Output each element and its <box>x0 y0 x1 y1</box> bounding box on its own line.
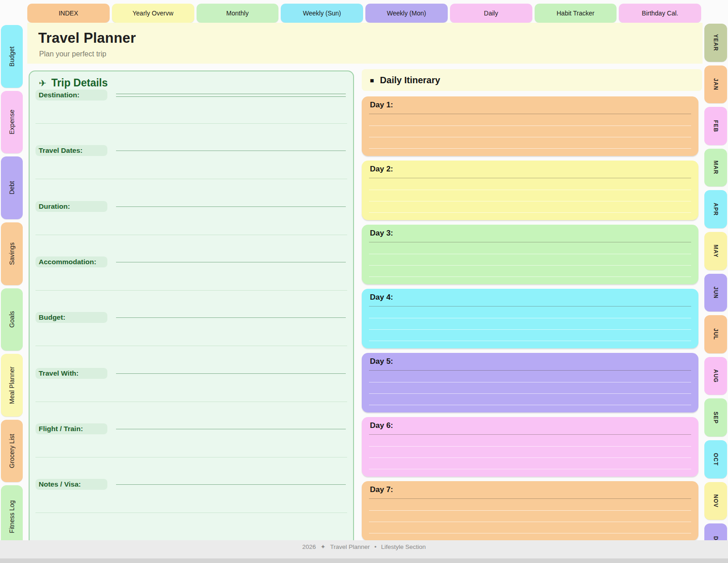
field-label-travel-dates: Travel Dates: <box>35 145 107 156</box>
page-title: Travel Planner <box>38 30 136 46</box>
day-block-1: Day 1: <box>362 96 698 156</box>
tab-label: AUG <box>713 369 719 383</box>
field-label-destination: Destination: <box>35 90 107 101</box>
sidebar-tab-grocery-list[interactable]: Grocery List <box>1 420 23 483</box>
sidebar-tab-expense[interactable]: Expense <box>1 91 23 154</box>
month-tab-bar: YEARJANFEBMARAPRMAYJUNJULAUGSEPOCTNOVDEC <box>704 24 727 562</box>
month-tab-may[interactable]: MAY <box>704 232 727 270</box>
field-label-travel-with: Travel With: <box>35 368 107 379</box>
day-label: Day 5: <box>370 357 393 366</box>
tab-label: JUL <box>713 328 719 340</box>
star-icon: ✦ <box>320 543 325 550</box>
travel-planner-page: INDEXYearly OvervwMonthlyWeekly (Sun)Wee… <box>0 0 728 563</box>
writing-line <box>35 290 347 291</box>
sidebar-tab-goals[interactable]: Goals <box>1 288 23 351</box>
day-title-underline <box>369 306 691 307</box>
tab-birthday-cal[interactable]: Birthday Cal. <box>619 4 701 23</box>
tab-label: Fitness Log <box>8 500 15 533</box>
tab-label: FEB <box>713 120 719 132</box>
writing-line <box>369 254 691 254</box>
field-entry-line <box>116 262 346 262</box>
writing-line <box>369 522 691 522</box>
writing-line <box>369 510 691 511</box>
writing-line <box>369 276 691 277</box>
month-tab-year[interactable]: YEAR <box>704 24 727 62</box>
tab-daily[interactable]: Daily <box>450 4 532 23</box>
sidebar-tab-meal-planner[interactable]: Meal Planner <box>1 354 23 417</box>
tab-label: Savings <box>8 242 15 265</box>
day-label: Day 2: <box>370 165 393 174</box>
sidebar-tab-fitness-log[interactable]: Fitness Log <box>1 485 23 548</box>
field-entry-line <box>116 94 346 97</box>
month-tab-oct[interactable]: OCT <box>704 440 727 478</box>
tab-label: Grocery List <box>8 434 15 468</box>
month-tab-jul[interactable]: JUL <box>704 315 727 353</box>
tab-label: YEAR <box>713 34 719 51</box>
airplane-icon: ✈ <box>39 78 46 89</box>
field-label-notes-visa: Notes / Visa: <box>35 479 107 490</box>
day-label: Day 3: <box>370 229 393 238</box>
tab-yearly-overvw[interactable]: Yearly Overvw <box>112 4 194 23</box>
tab-weekly-mon[interactable]: Weekly (Mon) <box>365 4 448 23</box>
day-title-underline <box>369 242 691 242</box>
field-label-budget: Budget: <box>35 312 107 323</box>
writing-line <box>369 265 691 266</box>
tab-label: SEP <box>713 412 719 424</box>
month-tab-jun[interactable]: JUN <box>704 274 727 312</box>
footer-bottom-strip <box>0 558 728 563</box>
field-label-accommodation: Accommodation: <box>35 256 107 267</box>
day-block-4: Day 4: <box>362 289 698 348</box>
day-title-underline <box>369 370 691 371</box>
day-label: Day 1: <box>370 101 393 110</box>
writing-line <box>369 446 691 447</box>
month-tab-aug[interactable]: AUG <box>704 357 727 395</box>
sidebar-tab-budget[interactable]: Budget <box>1 25 23 88</box>
writing-line <box>35 402 347 402</box>
writing-line <box>369 137 691 137</box>
writing-line <box>369 201 691 201</box>
tab-label: Expense <box>8 110 15 134</box>
writing-line <box>35 513 347 513</box>
tab-label: INDEX <box>59 10 78 17</box>
writing-line <box>369 126 691 126</box>
writing-line <box>369 469 691 469</box>
sidebar-tab-debt[interactable]: Debt <box>1 156 23 219</box>
trip-details-title: Trip Details <box>51 77 108 89</box>
writing-line <box>35 235 347 235</box>
day-block-5: Day 5: <box>362 353 698 412</box>
field-entry-line <box>116 317 346 318</box>
writing-line <box>35 346 347 346</box>
month-tab-sep[interactable]: SEP <box>704 398 727 437</box>
tab-label: NOV <box>713 494 719 508</box>
day-title-underline <box>369 114 691 114</box>
page-subtitle: Plan your perfect trip <box>39 50 106 58</box>
month-tab-mar[interactable]: MAR <box>704 149 727 187</box>
field-entry-line <box>116 429 346 429</box>
tab-label: APR <box>713 203 719 216</box>
tab-label: JAN <box>713 78 719 90</box>
tab-label: Weekly (Sun) <box>303 10 341 17</box>
day-title-underline <box>369 434 691 435</box>
page-header-band: Travel Planner Plan your perfect trip <box>27 23 703 64</box>
left-tab-bar: BudgetExpenseDebtSavingsGoalsMeal Planne… <box>1 25 23 548</box>
tab-habit-tracker[interactable]: Habit Tracker <box>535 4 617 23</box>
month-tab-jan[interactable]: JAN <box>704 65 727 104</box>
tab-label: OCT <box>713 453 719 466</box>
month-tab-apr[interactable]: APR <box>704 190 727 228</box>
footer-year: 2026 <box>302 543 316 550</box>
field-entry-line <box>116 484 346 485</box>
tab-monthly[interactable]: Monthly <box>197 4 279 23</box>
tab-label: Birthday Cal. <box>642 10 678 17</box>
sidebar-tab-savings[interactable]: Savings <box>1 222 23 285</box>
day-block-7: Day 7: <box>362 481 698 541</box>
day-label: Day 6: <box>370 421 393 430</box>
tab-weekly-sun[interactable]: Weekly (Sun) <box>281 4 363 23</box>
tab-label: Yearly Overvw <box>132 10 173 17</box>
month-tab-feb[interactable]: FEB <box>704 107 727 145</box>
day-label: Day 4: <box>370 293 393 302</box>
month-tab-nov[interactable]: NOV <box>704 482 727 520</box>
tab-index[interactable]: INDEX <box>27 4 110 23</box>
writing-line <box>35 123 347 124</box>
daily-itinerary-title: Daily Itinerary <box>380 75 440 85</box>
field-entry-line <box>116 373 346 374</box>
